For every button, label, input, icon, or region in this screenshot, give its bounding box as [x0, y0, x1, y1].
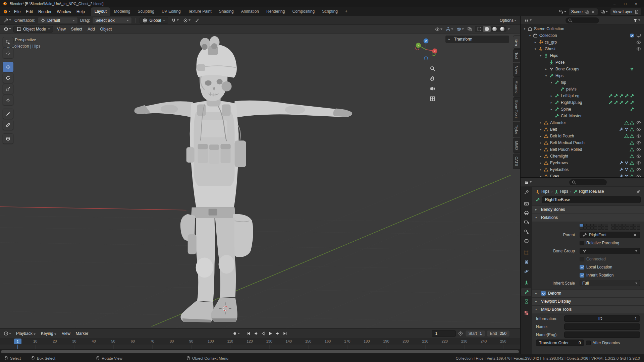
- soldier-model[interactable]: [134, 36, 352, 322]
- workspace-tab-shading[interactable]: Shading: [215, 7, 237, 16]
- bone-icon[interactable]: [608, 94, 613, 98]
- maximize-button[interactable]: □: [620, 0, 631, 7]
- bone-layer-cell[interactable]: [605, 227, 608, 230]
- tool-add-cube-button[interactable]: [3, 133, 13, 144]
- transform-orientation-dropdown[interactable]: Global: [140, 17, 168, 24]
- mesh-icon[interactable]: [624, 120, 629, 125]
- bone-layer-cell[interactable]: [580, 227, 583, 230]
- outliner-filter-button[interactable]: [632, 17, 641, 23]
- add-workspace-button[interactable]: +: [341, 7, 351, 16]
- bone-layer-cell[interactable]: [605, 224, 608, 227]
- vgroup-icon[interactable]: [624, 127, 629, 132]
- shading-wireframe-button[interactable]: [475, 26, 483, 32]
- sidebar-tab-item[interactable]: Item: [513, 36, 520, 49]
- drag-dropdown[interactable]: Select Box: [92, 17, 132, 24]
- bone-icon[interactable]: [624, 100, 629, 105]
- outliner-search-input[interactable]: [566, 17, 599, 23]
- bone-layer-cell[interactable]: [633, 224, 637, 227]
- 3d-viewport[interactable]: User Perspective (1) Collection | Hips ▸…: [0, 34, 520, 328]
- sidebar-tab-mmd[interactable]: MMD: [513, 138, 520, 153]
- editor-type-button[interactable]: [3, 26, 12, 32]
- pan-view-button[interactable]: [430, 76, 435, 81]
- orientation-dropdown[interactable]: Default: [38, 17, 78, 24]
- bone-layer-cell[interactable]: [583, 227, 587, 230]
- tool-measure-button[interactable]: [3, 120, 13, 130]
- hide-in-viewport-icon[interactable]: [636, 40, 641, 45]
- properties-tab-output[interactable]: [521, 209, 531, 217]
- bone-layer-cell[interactable]: [611, 224, 615, 227]
- expand-arrow-icon[interactable]: ▸: [549, 94, 553, 98]
- bone-layer-cell[interactable]: [594, 227, 597, 230]
- proportional-editing-toggle[interactable]: [182, 17, 192, 23]
- bone-group-field[interactable]: [580, 248, 640, 254]
- gizmos-toggle[interactable]: [445, 26, 454, 32]
- vgroup-icon[interactable]: [624, 174, 629, 177]
- check-icon[interactable]: [630, 33, 634, 38]
- expand-arrow-icon[interactable]: ▾: [539, 54, 543, 57]
- workspace-tab-uv-editing[interactable]: UV Editing: [158, 7, 184, 16]
- workspace-tab-layout[interactable]: Layout: [91, 7, 110, 16]
- vgroup-icon[interactable]: [624, 167, 629, 172]
- bone-layer-cell[interactable]: [598, 227, 601, 230]
- expand-arrow-icon[interactable]: ▸: [539, 175, 543, 177]
- wrench-icon[interactable]: [619, 174, 624, 177]
- hide-in-viewport-icon[interactable]: [636, 47, 641, 51]
- expand-arrow-icon[interactable]: ▸: [539, 121, 543, 124]
- expand-arrow-icon[interactable]: ▸: [539, 128, 543, 131]
- bone-layer-cell[interactable]: [619, 224, 622, 227]
- outliner-row-collection[interactable]: ▾Collection: [521, 32, 644, 39]
- mesh-icon[interactable]: [630, 161, 634, 165]
- workspace-tab-sculpting[interactable]: Sculpting: [134, 7, 158, 16]
- relative-parenting-checkbox[interactable]: [580, 241, 584, 245]
- hide-in-viewport-icon[interactable]: [636, 174, 641, 177]
- workspace-tab-rendering[interactable]: Rendering: [263, 7, 288, 16]
- timeline-scrollbar-thumb[interactable]: [1, 350, 519, 353]
- expand-arrow-icon[interactable]: ▸: [544, 67, 548, 71]
- mesh-icon[interactable]: [630, 174, 634, 177]
- outliner-row-belt-id-pouch[interactable]: ▸Belt Id Pouch: [521, 133, 644, 139]
- menu-help[interactable]: Help: [74, 8, 88, 15]
- bone-name-input[interactable]: RightToeBase: [542, 196, 641, 203]
- play-reverse-button[interactable]: [260, 330, 266, 337]
- view-layer-selector[interactable]: View Layer: [610, 8, 641, 15]
- shading-solid-button[interactable]: [483, 26, 491, 32]
- properties-tab-object[interactable]: [521, 248, 531, 257]
- playhead[interactable]: 1: [14, 339, 21, 344]
- current-frame-field[interactable]: 1: [432, 330, 456, 337]
- inherit-scale-dropdown[interactable]: Full: [580, 280, 640, 286]
- outliner-row-hip[interactable]: ▾hip: [521, 79, 644, 86]
- bone-layer-cell[interactable]: [587, 227, 590, 230]
- mmd-name-input[interactable]: [564, 323, 640, 330]
- outliner-row-chemlight[interactable]: ▸Chemlight: [521, 153, 644, 160]
- properties-tab-bone-constraints[interactable]: [521, 297, 531, 306]
- tool-cursor-button[interactable]: [3, 48, 13, 58]
- options-button[interactable]: Options: [499, 17, 517, 23]
- sidebar-tab-cats[interactable]: CATS: [513, 154, 520, 169]
- expand-arrow-icon[interactable]: ▸: [539, 168, 543, 171]
- bone-layer-cell[interactable]: [601, 224, 605, 227]
- bone-layer-cell[interactable]: [626, 224, 629, 227]
- mmd-id-field[interactable]: ID -1: [564, 315, 640, 322]
- mesh-icon[interactable]: [630, 127, 634, 132]
- wrench-icon[interactable]: [619, 161, 624, 165]
- expand-arrow-icon[interactable]: ▾: [533, 47, 537, 51]
- workspace-tab-scripting[interactable]: Scripting: [318, 7, 341, 16]
- wrench-icon[interactable]: [619, 167, 624, 172]
- panel-mmd-bone-tools[interactable]: ▾ MMD Bone Tools: [532, 305, 644, 313]
- new-scene-icon[interactable]: [584, 9, 589, 14]
- outliner-row-hips[interactable]: ▾Hips: [521, 52, 644, 59]
- workspace-tab-animation[interactable]: Animation: [237, 7, 263, 16]
- properties-tab-texture[interactable]: [521, 309, 531, 317]
- outliner-row-pelvis[interactable]: pelvis: [521, 86, 644, 93]
- outliner-row-belt-pouch-rolled[interactable]: ▸Belt Pouch Rolled: [521, 146, 644, 153]
- panel-deform[interactable]: ▸ Deform: [532, 289, 644, 297]
- hide-in-viewport-icon[interactable]: [636, 127, 641, 132]
- expand-arrow-icon[interactable]: ▸: [549, 101, 553, 104]
- overlays-toggle[interactable]: [455, 26, 465, 32]
- transform-order-field[interactable]: Transform Order 0: [536, 340, 584, 346]
- bone-layer-cell[interactable]: [619, 227, 622, 230]
- bone-icon[interactable]: [630, 100, 634, 105]
- xray-toggle[interactable]: [466, 26, 473, 32]
- outliner-editor-button[interactable]: [523, 17, 533, 23]
- viewport-menu-view[interactable]: View: [54, 25, 68, 33]
